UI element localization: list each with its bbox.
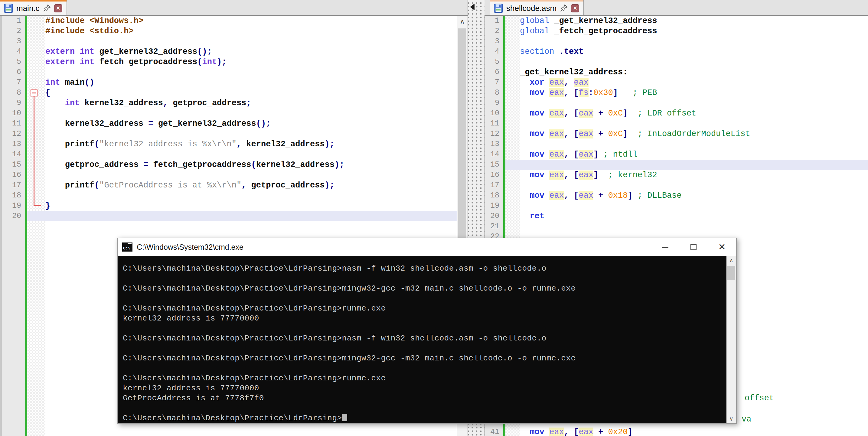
- tab-shellcode-asm[interactable]: shellcode.asm ✕: [490, 0, 584, 15]
- code-line-2[interactable]: 2#include <stdio.h>: [2, 26, 457, 36]
- code-line-15[interactable]: 15: [485, 160, 868, 170]
- code-line-5[interactable]: 5: [485, 57, 868, 67]
- code-text[interactable]: mov eax, [fs:0x30] ; PEB: [520, 88, 868, 98]
- code-text[interactable]: #include <stdio.h>: [45, 26, 457, 36]
- code-text[interactable]: [45, 129, 457, 139]
- pin-icon[interactable]: [43, 4, 51, 12]
- scroll-up-icon[interactable]: ∧: [457, 16, 468, 27]
- code-text[interactable]: [45, 67, 457, 77]
- code-text[interactable]: global _fetch_getprocaddress: [520, 26, 868, 36]
- code-line-4[interactable]: 4section .text: [485, 46, 868, 57]
- code-line-17[interactable]: 17: [485, 180, 868, 190]
- code-text[interactable]: mov eax, [eax + 0xC] ; InLoadOrderModule…: [520, 129, 868, 139]
- close-window-icon[interactable]: ✕: [708, 238, 736, 256]
- code-text[interactable]: mov eax, [eax] ; ntdll: [520, 149, 868, 160]
- code-text[interactable]: mov eax, [eax + 0x18] ; DLLBase: [520, 190, 868, 201]
- code-line-9[interactable]: 9 int kernel32_address, getproc_address;: [2, 98, 457, 108]
- close-tab-icon[interactable]: ✕: [54, 4, 62, 12]
- code-text[interactable]: [520, 36, 868, 46]
- code-text[interactable]: [45, 211, 457, 221]
- code-line-21[interactable]: 21: [485, 221, 868, 231]
- code-line-8[interactable]: 8 mov eax, [fs:0x30] ; PEB: [485, 88, 868, 98]
- code-text[interactable]: mov eax, [eax + 0xC] ; LDR offset: [520, 108, 868, 119]
- code-line-9[interactable]: 9: [485, 98, 868, 108]
- code-line-19[interactable]: 19}: [2, 201, 457, 211]
- code-line-15[interactable]: 15 getproc_address = fetch_getprocaddres…: [2, 160, 457, 170]
- code-line-10[interactable]: 10 mov eax, [eax + 0xC] ; LDR offset: [485, 108, 868, 119]
- pin-icon[interactable]: [559, 4, 568, 12]
- code-line-5[interactable]: 5extern int fetch_getprocaddress(int);: [2, 57, 457, 67]
- code-line-7[interactable]: 7int main(): [2, 77, 457, 88]
- code-text[interactable]: [45, 36, 457, 46]
- code-text[interactable]: }: [45, 201, 457, 211]
- code-line-11[interactable]: 11: [485, 119, 868, 129]
- code-line-12[interactable]: 12: [2, 129, 457, 139]
- scroll-down-icon[interactable]: ∨: [726, 414, 736, 423]
- cmd-title-bar[interactable]: C:\ C:\Windows\System32\cmd.exe ✕: [118, 238, 736, 256]
- code-line-10[interactable]: 10: [2, 108, 457, 119]
- code-line-1[interactable]: 1#include <Windows.h>: [2, 16, 457, 26]
- code-text[interactable]: [520, 160, 868, 170]
- code-text[interactable]: [45, 149, 457, 160]
- code-line-11[interactable]: 11 kernel32_address = get_kernel32_addre…: [2, 119, 457, 129]
- code-text[interactable]: [520, 119, 868, 129]
- code-text[interactable]: getproc_address = fetch_getprocaddress(k…: [45, 160, 457, 170]
- code-text[interactable]: xor eax, eax: [520, 77, 868, 88]
- minimize-icon[interactable]: [651, 238, 679, 256]
- code-text[interactable]: [520, 221, 868, 231]
- code-text[interactable]: [45, 190, 457, 201]
- code-text[interactable]: int main(): [45, 77, 457, 88]
- code-line-20[interactable]: 20: [2, 211, 457, 221]
- code-text[interactable]: [520, 139, 868, 149]
- code-text[interactable]: printf("kernel32 address is %x\r\n", ker…: [45, 139, 457, 149]
- terminal-output[interactable]: C:\Users\machina\Desktop\Practice\LdrPar…: [118, 256, 726, 423]
- code-line-3[interactable]: 3: [2, 36, 457, 46]
- code-text[interactable]: kernel32_address = get_kernel32_address(…: [45, 119, 457, 129]
- code-text[interactable]: extern int fetch_getprocaddress(int);: [45, 57, 457, 67]
- tab-scroll-left-icon[interactable]: [470, 4, 474, 10]
- code-line-16[interactable]: 16: [2, 170, 457, 180]
- code-line-41[interactable]: 41 mov eax, [eax + 0x20]: [485, 427, 868, 436]
- scrollbar-thumb[interactable]: [727, 266, 735, 280]
- code-text[interactable]: int kernel32_address, getproc_address;: [45, 98, 457, 108]
- code-text[interactable]: _get_kernel32_address:: [520, 67, 868, 77]
- code-text[interactable]: extern int get_kernel32_address();: [45, 46, 457, 57]
- maximize-icon[interactable]: [679, 238, 708, 256]
- scroll-up-icon[interactable]: ∧: [726, 256, 736, 265]
- tab-main-c[interactable]: main.c ✕: [0, 0, 67, 15]
- code-text[interactable]: [520, 57, 868, 67]
- code-line-18[interactable]: 18: [2, 190, 457, 201]
- code-text[interactable]: [520, 180, 868, 190]
- code-line-20[interactable]: 20 ret: [485, 211, 868, 221]
- code-line-17[interactable]: 17 printf("GetProcAddress is at %x\r\n",…: [2, 180, 457, 190]
- code-line-13[interactable]: 13: [485, 139, 868, 149]
- code-line-6[interactable]: 6_get_kernel32_address:: [485, 67, 868, 77]
- code-text[interactable]: {: [45, 88, 457, 98]
- code-text[interactable]: section .text: [520, 46, 868, 57]
- code-line-13[interactable]: 13 printf("kernel32 address is %x\r\n", …: [2, 139, 457, 149]
- code-text[interactable]: [45, 108, 457, 119]
- code-text[interactable]: [520, 98, 868, 108]
- code-text[interactable]: ret: [520, 211, 868, 221]
- code-line-14[interactable]: 14: [2, 149, 457, 160]
- code-text[interactable]: [45, 170, 457, 180]
- code-text[interactable]: mov eax, [eax + 0x20]: [520, 427, 868, 436]
- code-line-7[interactable]: 7 xor eax, eax: [485, 77, 868, 88]
- code-line-6[interactable]: 6: [2, 67, 457, 77]
- code-line-2[interactable]: 2global _fetch_getprocaddress: [485, 26, 868, 36]
- code-text[interactable]: #include <Windows.h>: [45, 16, 457, 26]
- code-line-3[interactable]: 3: [485, 36, 868, 46]
- code-line-16[interactable]: 16 mov eax, [eax] ; kernel32: [485, 170, 868, 180]
- code-text[interactable]: printf("GetProcAddress is at %x\r\n", ge…: [45, 180, 457, 190]
- code-line-14[interactable]: 14 mov eax, [eax] ; ntdll: [485, 149, 868, 160]
- code-text[interactable]: global _get_kernel32_address: [520, 16, 868, 26]
- code-line-1[interactable]: 1global _get_kernel32_address: [485, 16, 868, 26]
- code-line-8[interactable]: 8{: [2, 88, 457, 98]
- code-line-12[interactable]: 12 mov eax, [eax + 0xC] ; InLoadOrderMod…: [485, 129, 868, 139]
- code-line-4[interactable]: 4extern int get_kernel32_address();: [2, 46, 457, 57]
- fold-collapse-icon[interactable]: [31, 90, 37, 96]
- code-text[interactable]: mov eax, [eax] ; kernel32: [520, 170, 868, 180]
- code-line-19[interactable]: 19: [485, 201, 868, 211]
- close-tab-icon[interactable]: ✕: [571, 4, 579, 12]
- code-line-18[interactable]: 18 mov eax, [eax + 0x18] ; DLLBase: [485, 190, 868, 201]
